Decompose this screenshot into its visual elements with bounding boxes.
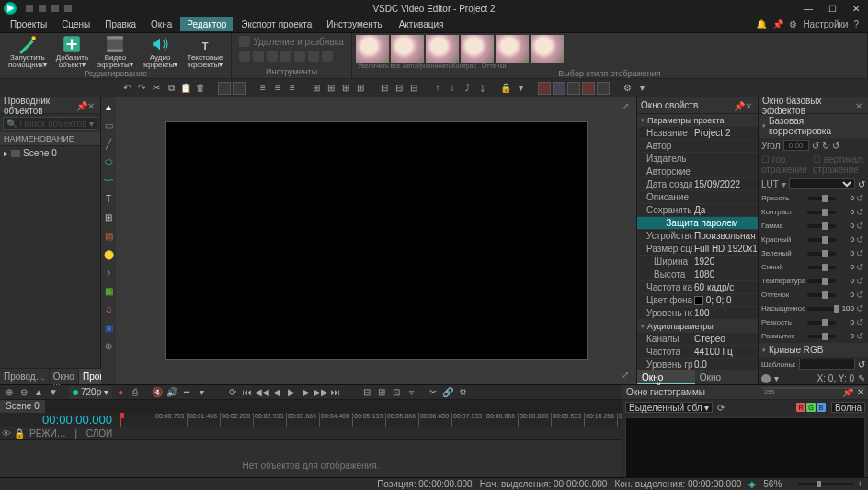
qt-align-left-icon[interactable]: ≡ [257,82,269,95]
preview-expand2-icon[interactable]: ⤢ [622,370,633,381]
scene-item[interactable]: ▸ Scene 0 [0,146,100,160]
status-zoom-fit-icon[interactable]: ◈ [748,479,756,489]
qt-align1-icon[interactable] [218,82,231,95]
qt-move-up-icon[interactable]: ↑ [431,82,444,95]
qt-same-width-icon[interactable]: ⊟ [378,82,391,95]
qt-to-front-icon[interactable]: ⤴ [461,82,474,95]
template-zoom[interactable] [356,35,389,63]
trim-icon[interactable] [253,51,264,62]
settings-label[interactable]: Настройки [803,19,848,29]
slider-reset-icon[interactable]: ↺ [856,317,865,327]
slider-track[interactable] [807,197,836,200]
tl-loop-icon[interactable]: ⟳ [226,386,239,399]
settings-gear-icon[interactable]: ⚙ [789,19,797,29]
ribbon-video-fx[interactable]: Видео эффекты▾ [93,35,138,69]
tl-vol-dd[interactable]: ▾ [195,386,208,399]
bell-icon[interactable]: 🔔 [756,19,767,29]
slider-reset-icon[interactable]: ↺ [856,221,865,231]
prop-publisher[interactable]: Издатель [637,153,758,165]
tool-spline-icon[interactable]: 〰 [103,175,114,186]
crop-icon[interactable] [267,51,278,62]
qt-center-h-icon[interactable]: ⊞ [339,82,352,95]
menu-editor[interactable]: Редактор [180,17,233,31]
menu-projects[interactable]: Проекты [4,17,53,31]
tl-goto-end-icon[interactable]: ⏭ [329,386,342,399]
track-vis-icon[interactable]: 👁 [0,428,13,439]
hist-source-combo[interactable]: Выделенный обл ▾ [625,402,713,413]
template-tint2[interactable] [461,35,494,63]
prop-fps[interactable]: Частота кадров60 кадр/с [637,281,758,294]
prop-opacity[interactable]: Уровень непрозр100 [637,307,758,320]
tool-image-icon[interactable]: ▦ [103,285,114,296]
slider-reset-icon[interactable]: ↺ [856,276,865,286]
prop-author[interactable]: Автор [637,140,758,153]
qa-undo-icon[interactable] [39,5,46,12]
hist-g-chip[interactable]: G [806,403,816,412]
qt-align-right-icon[interactable]: ≡ [286,82,299,95]
panel-close-icon[interactable]: ✕ [87,101,97,110]
tl-split-icon[interactable]: ✂ [427,386,440,399]
slider-track[interactable] [807,238,836,242]
track-lock-icon[interactable]: 🔒 [13,428,26,439]
tl-zoomout-icon[interactable]: ⊟ [360,386,373,399]
tl-step-fwd-icon[interactable]: ▶ [300,386,313,399]
template-tint1[interactable] [426,35,459,63]
tl-resolution-combo[interactable]: 720p▾ [69,386,112,399]
prop-copyright[interactable]: Авторские права [637,165,758,178]
hist-mode-combo[interactable]: Волна [831,402,865,413]
slider-reset-icon[interactable]: ↺ [856,290,865,300]
tab-templates[interactable]: Окно ш… [50,369,79,384]
tl-zoomfit-icon[interactable]: ⊡ [390,386,403,399]
qa-save-icon[interactable] [26,5,33,12]
fx-angle-reset-icon[interactable]: ↺ [832,141,839,151]
fx-section-curves[interactable]: Кривые RGB [759,343,868,357]
slider-track[interactable] [807,224,836,228]
tl-add-icon[interactable]: ⊕ [3,386,16,399]
zoom-in-icon[interactable]: + [857,479,862,489]
prop-device[interactable]: Устройство:Произвольная конфи [637,230,758,243]
prop-width[interactable]: Ширина1920 [637,256,758,268]
hist-refresh-icon[interactable]: ⟳ [714,401,727,414]
slider-reset-icon[interactable]: ↺ [856,207,865,217]
qt-to-back-icon[interactable]: ⤵ [475,82,488,95]
tl-next-frame-icon[interactable]: ▶▶ [314,386,327,399]
template-tint3[interactable] [496,35,529,63]
fx-section-basic[interactable]: Базовая корректировка [759,114,868,138]
slider-track[interactable] [807,279,836,283]
fx-angle-input[interactable] [783,140,809,151]
menu-export[interactable]: Экспорт проекта [234,17,318,31]
fx-flip-h[interactable]: гор. отражение [761,154,807,175]
qt-grid3-icon[interactable] [567,82,580,95]
zoom-slider[interactable] [798,483,853,485]
tool-line-icon[interactable]: ╱ [103,138,114,149]
tool-animation-icon[interactable]: ♪ [103,267,114,278]
props-pin-icon[interactable]: 📌 [734,101,743,110]
qt-align-center-icon[interactable]: ≡ [271,82,284,95]
qt-copy-icon[interactable]: ⧉ [165,82,177,95]
tl-zoomin-icon[interactable]: ⊞ [375,386,388,399]
slider-reset-icon[interactable]: ↺ [856,303,865,313]
prop-volume[interactable]: Уровень громко0.0 [637,359,758,370]
object-search-input[interactable]: 🔍 Поиск объектов ▾ [3,117,97,130]
qt-grid4-icon[interactable] [582,82,595,95]
prop-metadata[interactable]: Сохранять метаданДа [637,204,758,217]
preview-expand-icon[interactable]: ⤢ [622,101,633,112]
menu-activation[interactable]: Активация [393,17,451,31]
cut-icon[interactable] [239,51,250,62]
tl-marker-icon[interactable]: ▿ [405,386,417,399]
slider-track[interactable] [807,321,836,325]
tl-mute-icon[interactable]: 🔇 [151,386,164,399]
qt-dropdown-icon[interactable]: ▾ [635,82,648,95]
qt-center-v-icon[interactable]: ⊞ [354,82,367,95]
prop-group-audio[interactable]: Аудиопараметры [637,320,758,333]
fx-lut-select[interactable] [789,178,855,189]
tl-down-icon[interactable]: ▼ [47,386,60,399]
qa-more-icon[interactable] [64,5,72,12]
playhead[interactable] [120,413,121,427]
ribbon-text-fx[interactable]: TТекстовые эффекты▾ [182,35,227,69]
speed-icon[interactable] [322,51,333,62]
prop-height[interactable]: Высота1080 [637,268,758,281]
slider-track[interactable] [807,293,836,297]
fx-rotate-ccw-icon[interactable]: ↺ [812,141,819,151]
timeline-ruler[interactable]: 00:00.73300:01.46600:02.20000:02.93300:0… [120,413,622,427]
